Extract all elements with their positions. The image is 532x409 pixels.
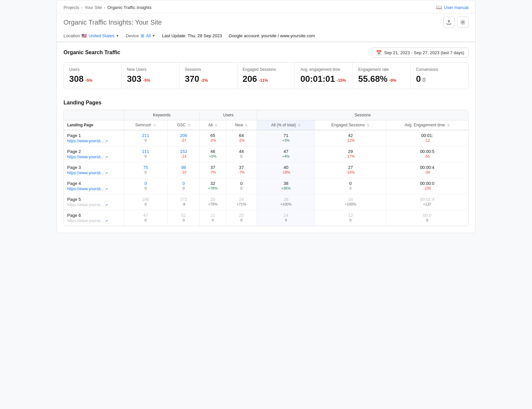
engaged-sessions-cell: 42 -12%: [315, 130, 386, 146]
gear-icon: [460, 20, 466, 25]
table-row: Page 4 https://www.yoursit... ↗ 0 0 0 0 …: [64, 178, 468, 194]
user-manual-label: User manual: [444, 5, 468, 10]
page-url: https://www.yoursit... ↗: [67, 139, 120, 143]
landing-page-cell: Page 4 https://www.yoursit... ↗: [64, 178, 124, 194]
page-name: Page 1: [67, 133, 120, 138]
external-link-icon[interactable]: ↗: [105, 219, 108, 223]
stat-card-0: Users 308 -5%: [64, 63, 122, 89]
external-link-icon[interactable]: ↗: [105, 171, 108, 175]
engaged-sessions-cell: 16 +100%: [315, 194, 386, 210]
users-new-cell: 37 -7%: [226, 162, 257, 178]
external-link-icon[interactable]: ↗: [105, 155, 108, 159]
avg-time-cell: 00:00:0 -100: [386, 178, 468, 194]
device-icon: ⊞: [141, 33, 144, 38]
avg-time-cell: 00:0 0: [386, 210, 468, 226]
page-name: Page 3: [67, 165, 120, 170]
sessions-all-cell: 71 +3%: [257, 130, 315, 146]
stat-change: -2%: [201, 78, 208, 83]
landing-page-cell: Page 5 https://www.yoursit... ↗: [64, 194, 124, 210]
gsc-cell: 52 0: [168, 210, 200, 226]
page-url: https://www.yoursit... ↗: [67, 155, 120, 159]
page-url-link[interactable]: https://www.yoursit...: [67, 155, 104, 159]
users-new-cell: 24 +71%: [226, 194, 257, 210]
external-link-icon[interactable]: ↗: [105, 139, 108, 143]
chevron-down-icon-2: ▼: [152, 34, 155, 38]
stat-change: -5%: [85, 78, 92, 83]
breadcrumb-your-site[interactable]: Your Site: [84, 5, 102, 10]
export-icon: [446, 20, 452, 25]
breadcrumb-projects[interactable]: Projects: [64, 5, 79, 10]
device-dropdown[interactable]: All ▼: [146, 33, 155, 38]
engaged-sessions-cell: 0 0: [315, 178, 386, 194]
stat-change: -9%: [389, 78, 396, 83]
landing-pages-table: Keywords Users Sessions Landing Page Sem…: [64, 110, 468, 226]
user-manual-link[interactable]: 📖 User manual: [436, 4, 468, 10]
page-url-link[interactable]: https://www.yoursit...: [67, 187, 104, 191]
gsc-cell: 152 -13: [168, 146, 200, 162]
page-name: Page 2: [67, 149, 120, 154]
stat-value: 206: [243, 74, 257, 84]
users-all-cell: 37 -7%: [200, 162, 226, 178]
th-landing-page: Landing Page: [64, 120, 124, 130]
external-link-icon[interactable]: ↗: [105, 187, 108, 191]
stat-label: Sessions: [185, 67, 232, 72]
google-account: Google account: yoursite / www.yoursite.…: [229, 33, 315, 38]
avg-time-cell: 00:00:5 -55: [386, 146, 468, 162]
stat-value: 00:01:01: [300, 74, 335, 84]
export-button[interactable]: [443, 17, 455, 28]
stat-label: Conversions: [416, 67, 463, 72]
page-url-link[interactable]: https://www.yoursit...: [67, 139, 104, 143]
stat-label: Avg. engagement time: [300, 67, 347, 72]
landing-page-cell: Page 1 https://www.yoursit... ↗: [64, 130, 124, 146]
table-row: Page 6 https://www.yoursit... ↗ 47 0 52 …: [64, 210, 468, 226]
device-label: Device: [126, 33, 139, 38]
users-all-cell: 65 -2%: [200, 130, 226, 146]
semrush-cell: 47 0: [124, 210, 168, 226]
table-row: Page 1 https://www.yoursit... ↗ 211 0 20…: [64, 130, 468, 146]
page-url-link[interactable]: https://www.yoursit...: [67, 171, 104, 175]
page-url-link[interactable]: https://www.yoursit...: [67, 218, 104, 223]
stat-value: 55.68%: [358, 74, 387, 84]
stat-card-3: Engaged Sessions 206 -11%: [237, 63, 295, 89]
svg-point-0: [462, 22, 464, 23]
landing-pages-title: Landing Pages: [64, 100, 468, 106]
settings-button[interactable]: [457, 17, 468, 28]
th-sessions-all: All (% of total) ⇅: [257, 120, 315, 130]
th-gsc: GSC ⇅: [168, 120, 200, 130]
date-range-button[interactable]: 📅 Sep 21, 2023 - Sep 27, 2023 (last 7 da…: [372, 48, 468, 58]
location-value: United States: [88, 33, 114, 38]
external-link-icon[interactable]: ↗: [105, 203, 108, 207]
stat-value: 308: [69, 74, 83, 84]
stat-change: -15%: [337, 78, 346, 83]
stat-value: 0: [416, 74, 421, 84]
avg-time-cell: 00:01:4 +137: [386, 194, 468, 210]
semrush-cell: 111 0: [124, 146, 168, 162]
avg-time-cell: 00:01: -12: [386, 130, 468, 146]
filter-bar: Location 🇺🇸 United States ▼ Device ⊞ All…: [57, 31, 475, 42]
sessions-all-cell: 38 +36%: [257, 178, 315, 194]
location-label: Location: [64, 33, 80, 38]
page-url: https://www.yoursit... ↗: [67, 187, 120, 191]
th-keywords-group: Keywords: [124, 110, 200, 120]
book-icon: 📖: [436, 4, 442, 10]
users-new-cell: 0 0: [226, 178, 257, 194]
location-dropdown[interactable]: United States ▼: [88, 33, 119, 38]
users-all-cell: 25 +79%: [200, 194, 226, 210]
device-value: All: [146, 33, 151, 38]
page-url: https://www.yoursit... ↗: [67, 171, 120, 175]
stat-label: Engaged Sessions: [243, 67, 290, 72]
stat-change: -5%: [143, 78, 150, 83]
gsc-cell: 272 -9: [168, 194, 200, 210]
stat-card-1: New Users 303 -5%: [122, 63, 180, 89]
table-row: Page 2 https://www.yoursit... ↗ 111 0 15…: [64, 146, 468, 162]
sessions-all-cell: 28 +100%: [257, 194, 315, 210]
page-url-link[interactable]: https://www.yoursit...: [67, 203, 104, 207]
th-users-group: Users: [200, 110, 257, 120]
date-range-text: Sep 21, 2023 - Sep 27, 2023 (last 7 days…: [384, 50, 464, 55]
calendar-icon: 📅: [376, 50, 382, 55]
stat-card-5: Engagement rate 55.68% -9%: [353, 63, 411, 89]
sessions-all-cell: 40 -18%: [257, 162, 315, 178]
stat-value: 370: [185, 74, 199, 84]
stat-card-2: Sessions 370 -2%: [180, 63, 237, 89]
sessions-all-cell: 24 0: [257, 210, 315, 226]
